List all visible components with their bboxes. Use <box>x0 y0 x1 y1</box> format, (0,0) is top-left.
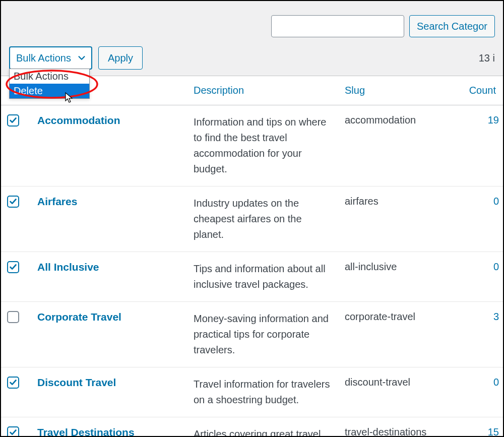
row-count-cell: 3 <box>460 302 504 367</box>
row-slug: corporate-travel <box>339 302 460 367</box>
row-description: Industry updates on the cheapest airfare… <box>187 186 339 252</box>
category-name-link[interactable]: All Inclusive <box>37 261 99 273</box>
row-count-cell: 0 <box>460 367 504 417</box>
column-description[interactable]: Description <box>187 76 339 105</box>
bulk-actions-select[interactable]: Bulk Actions <box>9 46 92 70</box>
row-checkbox-cell <box>1 417 31 438</box>
row-count-link[interactable]: 0 <box>493 377 499 388</box>
row-slug: airfares <box>339 186 460 252</box>
row-checkbox-cell <box>1 186 31 252</box>
row-count-link[interactable]: 15 <box>488 426 499 437</box>
bulk-option-bulk-actions[interactable]: Bulk Actions <box>10 69 89 84</box>
row-count-link[interactable]: 0 <box>493 196 499 207</box>
row-slug: accommodation <box>339 105 460 186</box>
row-name-cell: All Inclusive <box>31 252 187 302</box>
row-count-cell: 0 <box>460 252 504 302</box>
row-checkbox-cell <box>1 252 31 302</box>
table-row: AirfaresIndustry updates on the cheapest… <box>1 186 504 252</box>
row-checkbox-cell <box>1 367 31 417</box>
row-checkbox[interactable] <box>7 114 19 127</box>
row-description: Money-saving information and practical t… <box>187 302 339 367</box>
row-checkbox[interactable] <box>7 426 19 437</box>
apply-button[interactable]: Apply <box>98 46 143 70</box>
category-name-link[interactable]: Corporate Travel <box>37 311 121 323</box>
row-checkbox-cell <box>1 105 31 186</box>
row-checkbox[interactable] <box>7 261 19 273</box>
row-checkbox[interactable] <box>7 377 19 389</box>
row-name-cell: Discount Travel <box>31 367 187 417</box>
row-slug: discount-travel <box>339 367 460 417</box>
row-slug: travel-destinations <box>339 417 460 438</box>
table-row: All InclusiveTips and information about … <box>1 252 504 302</box>
column-count[interactable]: Count <box>460 76 504 105</box>
row-count-link[interactable]: 19 <box>488 114 499 126</box>
search-categories-button[interactable]: Search Categor <box>409 15 495 37</box>
row-slug: all-inclusive <box>339 252 460 302</box>
row-count-cell: 0 <box>460 186 504 252</box>
app-frame: Search Categor Bulk Actions Bulk Actions… <box>0 0 504 437</box>
row-name-cell: Accommodation <box>31 105 187 186</box>
bulk-actions-label: Bulk Actions <box>16 52 71 64</box>
row-name-cell: Airfares <box>31 186 187 252</box>
search-bar-row: Search Categor <box>1 1 503 44</box>
row-count-cell: 15 <box>460 417 504 438</box>
table-row: Travel DestinationsArticles covering gre… <box>1 417 504 438</box>
table-row: Corporate TravelMoney-saving information… <box>1 302 504 367</box>
row-checkbox[interactable] <box>7 311 19 323</box>
chevron-down-icon <box>77 53 86 63</box>
row-count-link[interactable]: 3 <box>493 311 499 322</box>
column-slug[interactable]: Slug <box>339 76 460 105</box>
category-name-link[interactable]: Travel Destinations <box>37 426 135 437</box>
categories-table: Name Description Slug Count Accommodatio… <box>1 76 504 437</box>
row-count-cell: 19 <box>460 105 504 186</box>
items-count-label: 13 i <box>479 52 495 64</box>
row-description: Travel information for travelers on a sh… <box>187 367 339 417</box>
category-name-link[interactable]: Accommodation <box>37 114 120 126</box>
row-checkbox[interactable] <box>7 196 19 208</box>
search-input[interactable] <box>271 15 404 37</box>
table-row: AccommodationInformation and tips on whe… <box>1 105 504 186</box>
row-name-cell: Corporate Travel <box>31 302 187 367</box>
table-row: Discount TravelTravel information for tr… <box>1 367 504 417</box>
row-count-link[interactable]: 0 <box>493 261 499 272</box>
row-description: Tips and information about all inclusive… <box>187 252 339 302</box>
row-description: Articles covering great travel destinati… <box>187 417 339 438</box>
bulk-actions-dropdown: Bulk Actions Delete <box>9 69 90 99</box>
bulk-option-delete[interactable]: Delete <box>10 84 89 98</box>
row-checkbox-cell <box>1 302 31 367</box>
row-name-cell: Travel Destinations <box>31 417 187 438</box>
category-name-link[interactable]: Discount Travel <box>37 377 116 388</box>
category-name-link[interactable]: Airfares <box>37 196 77 207</box>
row-description: Information and tips on where to find th… <box>187 105 339 186</box>
bulk-actions-row: Bulk Actions Bulk Actions Delete Apply 1… <box>1 44 503 76</box>
